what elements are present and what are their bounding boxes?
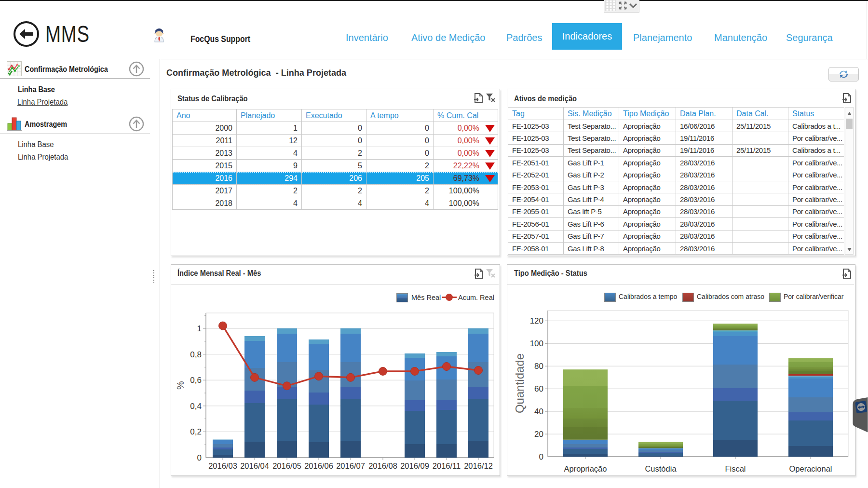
- svg-text:%: %: [175, 381, 186, 390]
- svg-text:0: 0: [197, 453, 202, 462]
- svg-text:Quantidade: Quantidade: [513, 353, 526, 413]
- svg-text:120: 120: [530, 316, 543, 325]
- svg-text:Fiscal: Fiscal: [725, 464, 746, 473]
- svg-text:100: 100: [530, 339, 543, 348]
- svg-text:2016/12: 2016/12: [464, 461, 493, 470]
- svg-text:Apropriação: Apropriação: [564, 464, 607, 473]
- svg-text:80: 80: [534, 362, 543, 371]
- svg-text:2016/07: 2016/07: [336, 461, 365, 470]
- svg-text:2016/09: 2016/09: [400, 461, 429, 470]
- svg-text:1: 1: [197, 324, 202, 333]
- svg-text:0,4: 0,4: [190, 402, 202, 411]
- svg-text:2016/05: 2016/05: [272, 461, 301, 470]
- svg-text:2016/03: 2016/03: [208, 461, 237, 470]
- svg-text:0: 0: [539, 452, 543, 461]
- svg-text:0,2: 0,2: [190, 427, 202, 436]
- svg-text:40: 40: [534, 407, 543, 416]
- svg-text:2016/06: 2016/06: [304, 461, 333, 470]
- svg-text:20: 20: [534, 430, 543, 439]
- svg-text:0,6: 0,6: [190, 376, 202, 385]
- svg-text:Operacional: Operacional: [789, 464, 832, 473]
- svg-text:0,8: 0,8: [190, 350, 202, 359]
- svg-text:Custódia: Custódia: [645, 464, 677, 473]
- svg-text:2016/04: 2016/04: [240, 461, 269, 470]
- svg-text:2016/08: 2016/08: [368, 461, 397, 470]
- svg-text:2016/11: 2016/11: [433, 461, 461, 470]
- svg-text:60: 60: [534, 384, 543, 393]
